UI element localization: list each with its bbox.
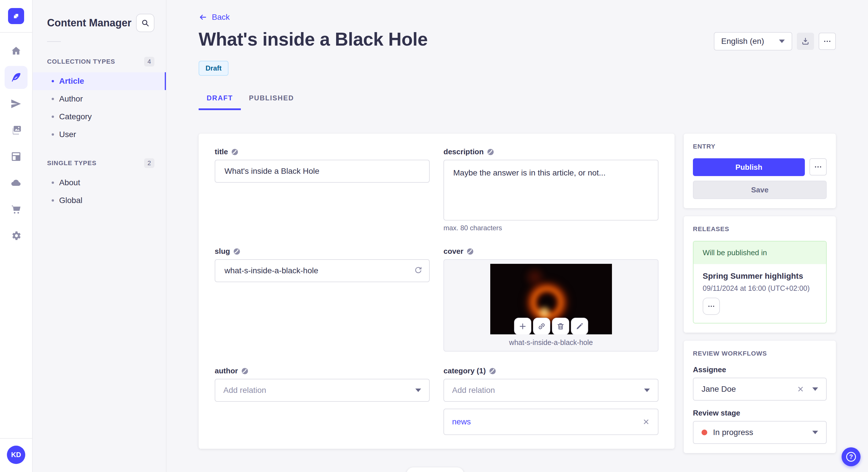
chevron-down-icon <box>644 389 650 392</box>
images-icon <box>10 125 22 136</box>
review-workflows-heading: REVIEW WORKFLOWS <box>693 350 827 357</box>
remove-relation-button[interactable] <box>642 418 650 426</box>
home-nav[interactable] <box>5 40 28 63</box>
gear-icon <box>10 230 22 241</box>
content-manager-nav[interactable] <box>5 66 28 89</box>
cloud-nav[interactable] <box>5 171 28 194</box>
link-icon <box>537 322 546 331</box>
sidebar-divider <box>47 41 61 42</box>
cart-icon <box>10 204 22 215</box>
sidebar-item-label: Article <box>59 76 84 86</box>
sidebar-item-label: Author <box>59 94 83 103</box>
search-icon <box>141 19 150 27</box>
release-title: Spring Summer highlights <box>703 272 817 281</box>
field-slug: slug <box>215 247 430 351</box>
category-placeholder: Add relation <box>452 386 644 395</box>
relation-link-news[interactable]: news <box>452 417 471 427</box>
chevron-down-icon <box>779 40 785 43</box>
bullet-icon <box>52 133 54 136</box>
globe-icon <box>487 148 494 156</box>
sidebar-item-label: User <box>59 130 76 139</box>
description-textarea[interactable]: Maybe the answer is in this article, or … <box>443 160 658 221</box>
sidebar-item-article[interactable]: Article <box>33 72 166 90</box>
title-field-label: title <box>215 147 228 156</box>
ellipsis-icon <box>814 163 823 171</box>
user-avatar[interactable]: KD <box>7 446 25 464</box>
content-type-builder-nav[interactable] <box>5 145 28 168</box>
add-media-button[interactable] <box>514 318 531 334</box>
page-title: What's inside a Black Hole <box>198 29 428 50</box>
entry-more-button[interactable] <box>809 158 827 175</box>
locale-select[interactable]: English (en) <box>714 32 792 50</box>
author-field-label: author <box>215 367 238 375</box>
tab-published[interactable]: PUBLISHED <box>241 94 302 110</box>
sidebar-item-label: Global <box>59 196 82 205</box>
globe-icon <box>489 368 496 374</box>
version-tabs: DRAFT PUBLISHED <box>198 94 836 110</box>
tab-draft[interactable]: DRAFT <box>198 94 241 110</box>
category-relation-item: news <box>443 409 658 435</box>
strapi-logo-icon <box>11 11 21 21</box>
rail-nav <box>5 40 28 438</box>
edit-media-button[interactable] <box>571 318 588 334</box>
sidebar-item-user[interactable]: User <box>33 126 166 143</box>
sidebar-item-label: Category <box>59 112 92 121</box>
download-icon <box>801 37 810 46</box>
slug-input[interactable] <box>215 259 430 282</box>
search-button[interactable] <box>136 14 154 32</box>
entry-panel: ENTRY Publish Save <box>684 134 836 208</box>
releases-nav[interactable] <box>5 92 28 115</box>
rail-divider <box>0 32 32 33</box>
release-more-button[interactable] <box>703 298 720 315</box>
cloud-icon <box>10 177 22 189</box>
description-field-label: description <box>443 147 484 156</box>
description-hint: max. 80 characters <box>443 224 658 232</box>
cover-field-label: cover <box>443 247 463 256</box>
sidebar-item-category[interactable]: Category <box>33 108 166 126</box>
sidebar-item-global[interactable]: Global <box>33 192 166 209</box>
title-input[interactable] <box>215 160 430 183</box>
regenerate-slug-button[interactable] <box>414 266 423 275</box>
back-link[interactable]: Back <box>198 12 229 22</box>
assignee-value: Jane Doe <box>702 384 797 394</box>
bullet-icon <box>52 80 54 82</box>
help-button[interactable]: ? <box>842 447 861 466</box>
slug-field-label: slug <box>215 247 230 256</box>
collection-types-label: COLLECTION TYPES <box>47 58 115 65</box>
assignee-select[interactable]: Jane Doe <box>693 378 827 401</box>
author-placeholder: Add relation <box>223 386 415 395</box>
save-button[interactable]: Save <box>693 181 827 199</box>
author-relation-select[interactable]: Add relation <box>215 379 430 402</box>
settings-nav[interactable] <box>5 224 28 247</box>
field-cover: cover <box>443 247 658 351</box>
cover-media-container: what-s-inside-a-black-hole <box>443 259 658 351</box>
close-icon <box>797 385 804 393</box>
category-field-label: category (1) <box>443 367 486 375</box>
stage-status-dot <box>702 430 707 435</box>
icon-rail: KD <box>0 0 33 472</box>
globe-icon <box>231 148 238 156</box>
export-button[interactable] <box>797 33 814 50</box>
strapi-logo[interactable] <box>8 8 24 24</box>
globe-icon <box>234 248 240 255</box>
release-card: Will be published in Spring Summer highl… <box>693 241 827 324</box>
marketplace-nav[interactable] <box>5 198 28 221</box>
review-stage-select[interactable]: In progress <box>693 421 827 444</box>
refresh-icon <box>414 266 423 275</box>
bullet-icon <box>52 115 54 118</box>
delete-media-button[interactable] <box>552 318 569 334</box>
bullet-icon <box>52 199 54 202</box>
more-actions-button[interactable] <box>818 33 836 50</box>
review-stage-label: Review stage <box>693 409 827 417</box>
releases-panel: RELEASES Will be published in Spring Sum… <box>684 216 836 333</box>
media-library-nav[interactable] <box>5 119 28 142</box>
sidebar-item-author[interactable]: Author <box>33 90 166 108</box>
side-panels: ENTRY Publish Save RELEASES Will be publ… <box>684 134 836 453</box>
sidebar-item-about[interactable]: About <box>33 174 166 192</box>
clear-assignee-button[interactable] <box>797 385 804 393</box>
releases-panel-heading: RELEASES <box>693 225 827 233</box>
copy-link-button[interactable] <box>533 318 550 334</box>
category-relation-select[interactable]: Add relation <box>443 379 658 402</box>
entry-form-card: title description Maybe the answer is in… <box>198 134 675 449</box>
publish-button[interactable]: Publish <box>693 158 805 176</box>
